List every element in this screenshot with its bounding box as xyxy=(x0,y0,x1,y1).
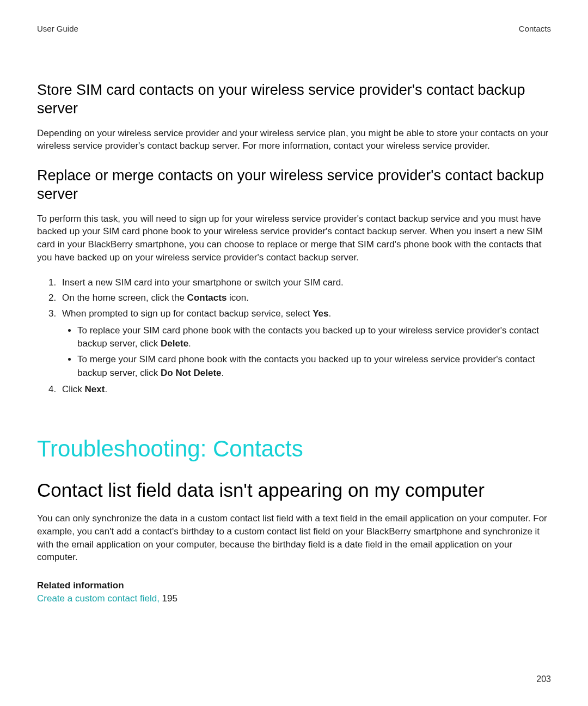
step-4: Click Next. xyxy=(59,383,551,397)
step-3-bold: Yes xyxy=(313,308,328,319)
bullet-2-post: . xyxy=(222,368,224,378)
step-3-post: . xyxy=(329,308,332,319)
step-2-pre: On the home screen, click the xyxy=(62,293,187,303)
section1-title: Store SIM card contacts on your wireless… xyxy=(37,81,551,118)
steps-list: Insert a new SIM card into your smartpho… xyxy=(37,276,551,397)
related-line: Create a custom contact field, 195 xyxy=(37,593,551,604)
header-right: Contacts xyxy=(519,24,551,33)
step-2: On the home screen, click the Contacts i… xyxy=(59,291,551,305)
bullet-1-post: . xyxy=(188,338,191,349)
page-container: User Guide Contacts Store SIM card conta… xyxy=(0,0,588,706)
step-3-pre: When prompted to sign up for contact bac… xyxy=(62,308,313,319)
step-1-text: Insert a new SIM card into your smartpho… xyxy=(62,277,344,288)
bullet-2-pre: To merge your SIM card phone book with t… xyxy=(77,354,535,378)
bullet-2-bold: Do Not Delete xyxy=(161,368,221,378)
step-4-post: . xyxy=(105,384,107,394)
step-4-pre: Click xyxy=(62,384,85,394)
topic-body: You can only synchronize the data in a c… xyxy=(37,512,551,564)
bullet-1: To replace your SIM card phone book with… xyxy=(77,324,551,351)
related-link[interactable]: Create a custom contact field, xyxy=(37,593,160,604)
running-header: User Guide Contacts xyxy=(37,24,551,33)
section1-body: Depending on your wireless service provi… xyxy=(37,127,551,153)
bullet-1-bold: Delete xyxy=(161,338,188,349)
step-2-post: icon. xyxy=(226,293,249,303)
related-page: 195 xyxy=(160,593,177,604)
bullet-1-pre: To replace your SIM card phone book with… xyxy=(77,325,539,349)
step-3-sublist: To replace your SIM card phone book with… xyxy=(62,324,551,380)
section2-title: Replace or merge contacts on your wirele… xyxy=(37,167,551,204)
step-2-bold: Contacts xyxy=(187,293,227,303)
step-1: Insert a new SIM card into your smartpho… xyxy=(59,276,551,290)
step-3: When prompted to sign up for contact bac… xyxy=(59,307,551,380)
topic-heading: Contact list field data isn't appearing … xyxy=(37,479,551,501)
step-4-bold: Next xyxy=(85,384,105,394)
troubleshooting-heading: Troubleshooting: Contacts xyxy=(37,436,551,462)
related-information-label: Related information xyxy=(37,580,551,591)
section2-body: To perform this task, you will need to s… xyxy=(37,212,551,264)
header-left: User Guide xyxy=(37,24,78,33)
bullet-2: To merge your SIM card phone book with t… xyxy=(77,353,551,380)
page-number: 203 xyxy=(536,674,551,684)
